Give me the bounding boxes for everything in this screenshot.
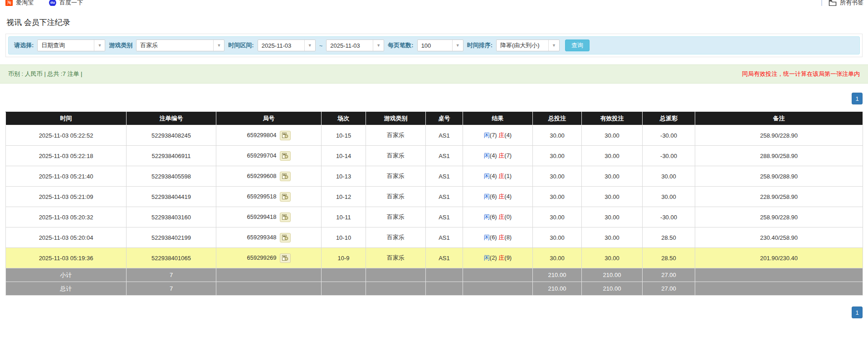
cell-game-type: 百家乐	[366, 227, 426, 248]
date-from-input[interactable]: 2025-11-03 ▼	[258, 40, 316, 51]
video-icon[interactable]	[280, 151, 291, 161]
cell-game-type: 百家乐	[366, 248, 426, 268]
taobao-icon: 淘	[5, 0, 13, 6]
cell-valid-bet: 30.00	[582, 166, 643, 187]
result-banker: 庄	[498, 193, 504, 200]
cell-total-bet[interactable]: 30.00	[533, 146, 582, 166]
cell-total-bet[interactable]: 30.00	[533, 166, 582, 187]
time-range-label: 时间区间:	[228, 41, 254, 49]
pagination-bottom: 1	[5, 307, 863, 318]
cell-table-number: AS1	[426, 125, 463, 146]
table-header-row: 时间注单编号局号场次游戏类别桌号结果总投注有效投注总派彩备注	[6, 112, 863, 125]
cell-total-bet[interactable]: 30.00	[533, 125, 582, 146]
result-player: 闲	[484, 152, 490, 159]
bookmark-baidu[interactable]: du 百度一下	[49, 0, 83, 6]
cell-result: 闲(4) 庄(1)	[463, 166, 533, 187]
video-icon[interactable]	[280, 233, 291, 242]
video-icon[interactable]	[280, 253, 291, 263]
result-player: 闲	[484, 132, 490, 138]
cell-note: 228.90/258.90	[695, 187, 863, 207]
cell-valid-bet: 30.00	[582, 227, 643, 248]
column-header: 场次	[322, 112, 366, 125]
column-header: 局号	[216, 112, 322, 125]
summary-empty	[426, 282, 463, 296]
search-button[interactable]: 查询	[565, 40, 590, 51]
summary-empty	[366, 282, 426, 296]
summary-row: 小计 7 210.00 210.00 27.00	[6, 268, 863, 282]
date-to-input[interactable]: 2025-11-03 ▼	[326, 40, 384, 51]
video-icon[interactable]	[280, 172, 291, 181]
cell-time: 2025-11-03 05:22:18	[6, 146, 127, 166]
result-banker: 庄	[498, 173, 504, 179]
video-icon[interactable]	[280, 131, 291, 140]
cell-total-bet[interactable]: 30.00	[533, 248, 582, 268]
cell-session: 10-11	[322, 207, 366, 227]
table-row: 2025-11-03 05:20:04 522938402199 6592993…	[6, 227, 863, 248]
result-player-count: (4)	[490, 173, 497, 179]
video-icon[interactable]	[280, 213, 291, 222]
cell-total-bet[interactable]: 30.00	[533, 187, 582, 207]
result-player-count: (4)	[490, 152, 497, 159]
cell-total-bet[interactable]: 30.00	[533, 207, 582, 227]
per-page-select[interactable]: 100 ▼	[417, 40, 463, 51]
summary-empty	[426, 268, 463, 282]
cell-note: 258.90/228.90	[695, 207, 863, 227]
result-player: 闲	[484, 234, 490, 241]
page-button[interactable]: 1	[852, 307, 863, 318]
column-header: 时间	[6, 112, 127, 125]
sort-value: 降幂(由大到小)	[497, 40, 548, 51]
cell-game-type: 百家乐	[366, 125, 426, 146]
summary-empty	[463, 268, 533, 282]
result-banker-count: (8)	[504, 234, 512, 241]
bookmark-taobao[interactable]: 淘 爱淘宝	[5, 0, 34, 6]
sort-select[interactable]: 降幂(由大到小) ▼	[496, 40, 560, 51]
cell-round-number: 659299608	[216, 166, 322, 187]
baidu-icon: du	[49, 0, 56, 6]
result-player-count: (6)	[490, 234, 497, 241]
per-page-label: 每页笔数:	[388, 41, 413, 49]
cell-session: 10-9	[322, 248, 366, 268]
summary-empty	[322, 268, 366, 282]
bookmarks-bar: 淘 爱淘宝 du 百度一下 所有书签	[0, 0, 868, 6]
filter-container: 请选择: 日期查询 ▼ 游戏类别 百家乐 ▼ 时间区间: 2025-11-03 …	[5, 34, 863, 57]
cell-payout: 30.00	[643, 187, 695, 207]
chevron-down-icon: ▼	[373, 40, 384, 51]
result-banker-count: (4)	[504, 132, 512, 138]
query-mode-select[interactable]: 日期查询 ▼	[37, 40, 105, 51]
cell-bet-number: 522938405598	[127, 166, 216, 187]
column-header: 总派彩	[643, 112, 695, 125]
cell-game-type: 百家乐	[366, 187, 426, 207]
cell-session: 10-12	[322, 187, 366, 207]
cell-round-number: 659299804	[216, 125, 322, 146]
currency-summary: 币别 : 人民币 | 总共 :7 注单 |	[8, 70, 83, 78]
cell-result: 闲(6) 庄(4)	[463, 187, 533, 207]
result-player-count: (7)	[490, 132, 497, 138]
all-bookmarks-button[interactable]: 所有书签	[829, 0, 863, 6]
cell-valid-bet: 30.00	[582, 207, 643, 227]
round-number: 659299269	[247, 254, 276, 261]
pagination-top: 1	[5, 93, 863, 104]
page-button[interactable]: 1	[852, 93, 863, 104]
cell-payout: -30.00	[643, 146, 695, 166]
result-player-count: (6)	[490, 213, 497, 220]
result-banker: 庄	[498, 132, 504, 138]
cell-payout: -30.00	[643, 207, 695, 227]
chevron-down-icon: ▼	[548, 40, 559, 51]
sort-label: 时间排序:	[467, 41, 493, 49]
cell-valid-bet: 30.00	[582, 125, 643, 146]
cell-round-number: 659299348	[216, 227, 322, 248]
cell-time: 2025-11-03 05:20:32	[6, 207, 127, 227]
cell-note: 288.90/258.90	[695, 146, 863, 166]
video-icon[interactable]	[280, 192, 291, 202]
cell-result: 闲(6) 庄(0)	[463, 207, 533, 227]
chevron-down-icon: ▼	[452, 40, 463, 51]
table-row: 2025-11-03 05:21:40 522938405598 6592996…	[6, 166, 863, 187]
bookmark-baidu-label: 百度一下	[59, 0, 83, 6]
game-type-select[interactable]: 百家乐 ▼	[136, 40, 224, 51]
cell-round-number: 659299518	[216, 187, 322, 207]
summary-empty	[695, 282, 863, 296]
summary-label: 小计	[6, 268, 127, 282]
cell-total-bet[interactable]: 30.00	[533, 227, 582, 248]
table-row: 2025-11-03 05:20:32 522938403160 6592994…	[6, 207, 863, 227]
round-number: 659299608	[247, 172, 276, 179]
